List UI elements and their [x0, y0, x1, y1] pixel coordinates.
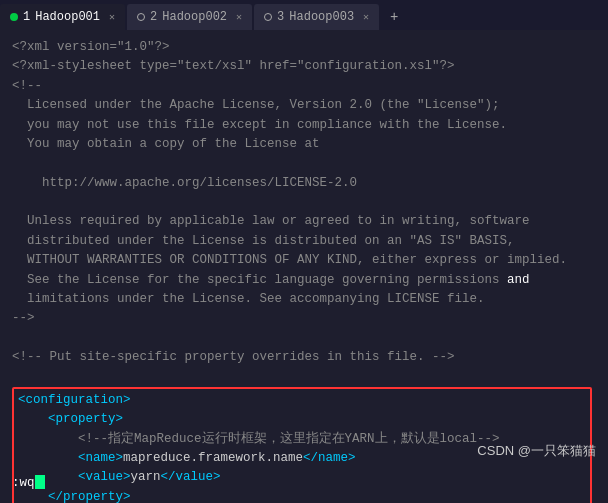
add-tab-button[interactable]: + — [383, 6, 405, 28]
tab-bar: 1 Hadoop001 ✕ 2 Hadoop002 ✕ 3 Hadoop003 … — [0, 0, 608, 30]
code-line-20: <property> — [18, 410, 586, 429]
code-line-18 — [12, 367, 596, 386]
code-line-7 — [12, 154, 596, 173]
code-line-3: <!-- — [12, 77, 596, 96]
code-line-14: limitations under the License. See accom… — [12, 290, 596, 309]
tab-close-1[interactable]: ✕ — [109, 11, 115, 23]
tab-close-2[interactable]: ✕ — [236, 11, 242, 23]
code-line-19: <configuration> — [18, 391, 586, 410]
command-text: :wq — [12, 476, 35, 490]
code-line-24: </property> — [18, 488, 586, 503]
command-line: :wq — [12, 474, 45, 493]
code-line-12: WITHOUT WARRANTIES OR CONDITIONS OF ANY … — [12, 251, 596, 270]
tab-hadoop003[interactable]: 3 Hadoop003 ✕ — [254, 4, 379, 30]
tab-label-2: Hadoop002 — [162, 10, 227, 24]
code-line-11: distributed under the License is distrib… — [12, 232, 596, 251]
tab-label-1: Hadoop001 — [35, 10, 100, 24]
code-line-5: you may not use this file except in comp… — [12, 116, 596, 135]
tab-hadoop001[interactable]: 1 Hadoop001 ✕ — [0, 4, 125, 30]
code-line-6: You may obtain a copy of the License at — [12, 135, 596, 154]
editor-area: <?xml version="1.0"?> <?xml-stylesheet t… — [0, 30, 608, 503]
tab-number-1: 1 — [23, 10, 30, 24]
watermark: CSDN @一只笨猫猫 — [477, 441, 596, 461]
code-line-15: --> — [12, 309, 596, 328]
code-line-16 — [12, 329, 596, 348]
code-line-10: Unless required by applicable law or agr… — [12, 212, 596, 231]
code-line-9 — [12, 193, 596, 212]
tab-number-2: 2 — [150, 10, 157, 24]
code-line-17: <!-- Put site-specific property override… — [12, 348, 596, 367]
tab-dot-3 — [264, 13, 272, 21]
tab-label-3: Hadoop003 — [289, 10, 354, 24]
code-line-4: Licensed under the Apache License, Versi… — [12, 96, 596, 115]
code-line-1: <?xml version="1.0"?> — [12, 38, 596, 57]
code-line-2: <?xml-stylesheet type="text/xsl" href="c… — [12, 57, 596, 76]
tab-hadoop002[interactable]: 2 Hadoop002 ✕ — [127, 4, 252, 30]
cursor — [35, 475, 45, 489]
code-line-13: See the License for the specific languag… — [12, 271, 596, 290]
code-line-23: <value>yarn</value> — [18, 468, 586, 487]
tab-close-3[interactable]: ✕ — [363, 11, 369, 23]
tab-dot-2 — [137, 13, 145, 21]
tab-number-3: 3 — [277, 10, 284, 24]
tab-dot-1 — [10, 13, 18, 21]
code-line-8: http://www.apache.org/licenses/LICENSE-2… — [12, 174, 596, 193]
